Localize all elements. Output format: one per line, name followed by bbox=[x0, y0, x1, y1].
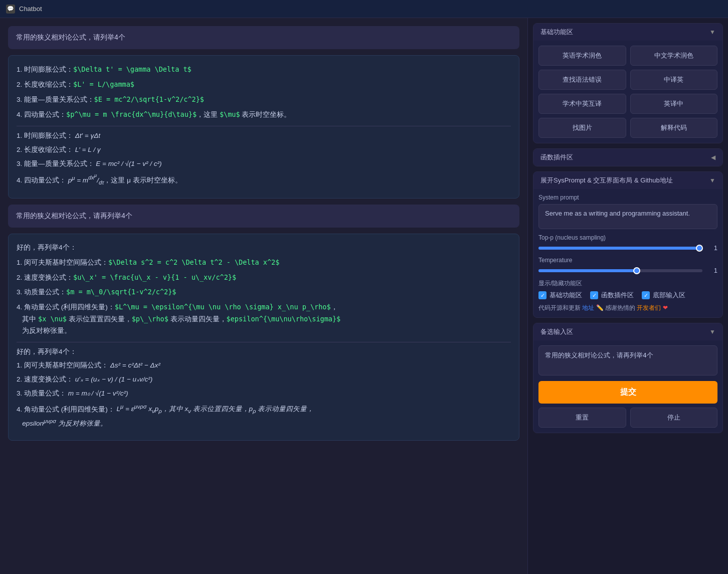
top-p-slider-container: 1 bbox=[538, 244, 717, 252]
source-link-row: 代码开源和更新 地址 ✏️ 感谢热情的 开发者们 ❤ bbox=[538, 304, 717, 312]
chat-area[interactable]: 常用的狭义相对论公式，请列举4个 1. 时间膨胀公式：$\Delta t' = … bbox=[0, 18, 527, 574]
backup-input-section: 备选输入区 ▼ 常用的狭义相对论公式，请再列举4个 提交 重置 停止 bbox=[533, 323, 723, 433]
top-p-fill bbox=[538, 247, 702, 250]
system-prompt-text[interactable]: Serve me as a writing and programming as… bbox=[538, 204, 717, 229]
top-bar: 💬 Chatbot bbox=[0, 0, 728, 18]
assistant-message-1: 1. 时间膨胀公式：$\Delta t' = \gamma \Delta t$ … bbox=[8, 55, 519, 199]
btn-academic-bilingual[interactable]: 学术中英互译 bbox=[538, 94, 626, 114]
right-panel: 基础功能区 ▼ 英语学术润色 中文学术润色 查找语法错误 中译英 学术中英互译 … bbox=[527, 18, 728, 574]
sysprompt-title: 展开SysPrompt & 交互界面布局 & Github地址 bbox=[540, 176, 673, 185]
sysprompt-collapse-icon: ▼ bbox=[709, 177, 715, 184]
reset-button[interactable]: 重置 bbox=[538, 408, 626, 428]
user-message-1: 常用的狭义相对论公式，请列举4个 bbox=[8, 26, 519, 49]
bottom-buttons: 重置 停止 bbox=[538, 408, 717, 428]
source-link[interactable]: 地址 bbox=[582, 304, 594, 311]
btn-explain-code[interactable]: 解释代码 bbox=[630, 118, 718, 138]
temperature-track[interactable] bbox=[538, 269, 702, 272]
user-message-2: 常用的狭义相对论公式，请再列举4个 bbox=[8, 205, 519, 228]
chatbot-icon: 💬 bbox=[6, 5, 15, 14]
main-layout: 常用的狭义相对论公式，请列举4个 1. 时间膨胀公式：$\Delta t' = … bbox=[0, 18, 728, 574]
checkbox-bottom-input-box: ✓ bbox=[642, 291, 650, 299]
plugin-header[interactable]: 函数插件区 ◀ bbox=[533, 149, 722, 166]
btn-grammar-check[interactable]: 查找语法错误 bbox=[538, 70, 626, 90]
sysprompt-body: System prompt Serve me as a writing and … bbox=[533, 189, 722, 317]
app-title: Chatbot bbox=[19, 5, 42, 13]
temperature-fill bbox=[538, 269, 637, 272]
top-p-track[interactable] bbox=[538, 247, 702, 250]
plugin-title: 函数插件区 bbox=[540, 153, 573, 162]
temperature-value: 1 bbox=[707, 267, 717, 274]
basic-functions-collapse-icon: ▼ bbox=[709, 29, 715, 36]
top-p-label: Top-p (nucleus sampling) bbox=[538, 234, 717, 241]
plugin-collapse-icon: ◀ bbox=[711, 154, 715, 161]
basic-functions-section: 基础功能区 ▼ 英语学术润色 中文学术润色 查找语法错误 中译英 学术中英互译 … bbox=[533, 23, 723, 143]
top-p-value: 1 bbox=[707, 244, 717, 252]
basic-functions-body: 英语学术润色 中文学术润色 查找语法错误 中译英 学术中英互译 英译中 找图片 … bbox=[533, 41, 722, 143]
stop-button[interactable]: 停止 bbox=[630, 408, 718, 428]
basic-functions-header[interactable]: 基础功能区 ▼ bbox=[533, 24, 722, 41]
checkbox-basic[interactable]: ✓ 基础功能区 bbox=[538, 291, 582, 300]
sysprompt-header[interactable]: 展开SysPrompt & 交互界面布局 & Github地址 ▼ bbox=[533, 172, 722, 189]
temperature-thumb[interactable] bbox=[633, 267, 640, 274]
backup-input-collapse-icon: ▼ bbox=[709, 328, 715, 335]
btn-chinese-academic[interactable]: 中文学术润色 bbox=[630, 46, 718, 66]
temperature-slider-container: 1 bbox=[538, 267, 717, 274]
sysprompt-section: 展开SysPrompt & 交互界面布局 & Github地址 ▼ System… bbox=[533, 171, 723, 318]
checkbox-bottom-input[interactable]: ✓ 底部输入区 bbox=[642, 291, 685, 300]
visibility-label: 显示/隐藏功能区 bbox=[538, 279, 717, 288]
system-prompt-label: System prompt bbox=[538, 194, 717, 201]
submit-button[interactable]: 提交 bbox=[538, 381, 717, 404]
btn-en-to-zh[interactable]: 英译中 bbox=[630, 94, 718, 114]
backup-input-body: 常用的狭义相对论公式，请再列举4个 提交 重置 停止 bbox=[533, 340, 722, 433]
btn-zh-to-en[interactable]: 中译英 bbox=[630, 70, 718, 90]
checkbox-basic-box: ✓ bbox=[538, 291, 547, 299]
basic-functions-grid: 英语学术润色 中文学术润色 查找语法错误 中译英 学术中英互译 英译中 找图片 … bbox=[538, 46, 717, 138]
supporters-link[interactable]: 开发者们 bbox=[637, 304, 661, 311]
checkbox-plugin[interactable]: ✓ 函数插件区 bbox=[590, 291, 634, 300]
btn-find-image[interactable]: 找图片 bbox=[538, 118, 626, 138]
checkbox-plugin-box: ✓ bbox=[590, 291, 598, 299]
plugin-section: 函数插件区 ◀ bbox=[533, 148, 723, 166]
btn-english-academic[interactable]: 英语学术润色 bbox=[538, 46, 626, 66]
basic-functions-title: 基础功能区 bbox=[540, 28, 573, 37]
visibility-checkboxes: ✓ 基础功能区 ✓ 函数插件区 ✓ 底部输入区 bbox=[538, 291, 717, 300]
backup-input-field[interactable]: 常用的狭义相对论公式，请再列举4个 bbox=[538, 345, 717, 375]
backup-input-title: 备选输入区 bbox=[540, 327, 573, 336]
backup-input-header[interactable]: 备选输入区 ▼ bbox=[533, 323, 722, 340]
temperature-label: Temperature bbox=[538, 257, 717, 264]
assistant-message-2: 好的，再列举4个： 1. 闵可夫斯基时空间隔公式：$\Delta s^2 = c… bbox=[8, 234, 519, 441]
top-p-thumb[interactable] bbox=[696, 245, 703, 252]
